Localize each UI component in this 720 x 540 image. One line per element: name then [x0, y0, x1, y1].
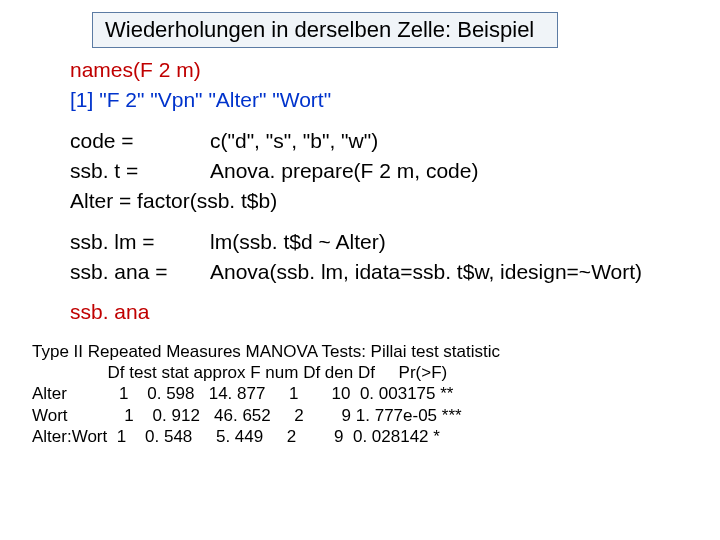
code-ssbana-lhs: ssb. ana = [70, 258, 210, 286]
code-ssbt-rhs: Anova. prepare(F 2 m, code) [210, 157, 700, 185]
code-ssbana-call: ssb. ana [70, 298, 700, 326]
code-ssblm-rhs: lm(ssb. t$d ~ Alter) [210, 228, 700, 256]
code-alter-line: Alter = factor(ssb. t$b) [70, 187, 700, 215]
r-output: Type II Repeated Measures MANOVA Tests: … [32, 341, 700, 447]
code-ssbt-lhs: ssb. t = [70, 157, 210, 185]
code-block: names(F 2 m) [1] "F 2" "Vpn" "Alter" "Wo… [70, 56, 700, 327]
code-names-call: names(F 2 m) [70, 56, 700, 84]
code-ssbana-rhs: Anova(ssb. lm, idata=ssb. t$w, idesign=~… [210, 258, 700, 286]
code-code-rhs: c("d", "s", "b", "w") [210, 127, 700, 155]
code-code-lhs: code = [70, 127, 210, 155]
output-colhdr: Df test stat approx F num Df den Df Pr(>… [32, 363, 447, 382]
output-row-alter: Alter 1 0. 598 14. 877 1 10 0. 003175 ** [32, 384, 453, 403]
output-header: Type II Repeated Measures MANOVA Tests: … [32, 342, 500, 361]
output-row-interaction: Alter:Wort 1 0. 548 5. 449 2 9 0. 028142… [32, 427, 440, 446]
slide-title: Wiederholungen in derselben Zelle: Beisp… [92, 12, 558, 48]
code-ssblm-lhs: ssb. lm = [70, 228, 210, 256]
output-row-wort: Wort 1 0. 912 46. 652 2 9 1. 777e-05 *** [32, 406, 462, 425]
code-names-output: [1] "F 2" "Vpn" "Alter" "Wort" [70, 86, 700, 114]
